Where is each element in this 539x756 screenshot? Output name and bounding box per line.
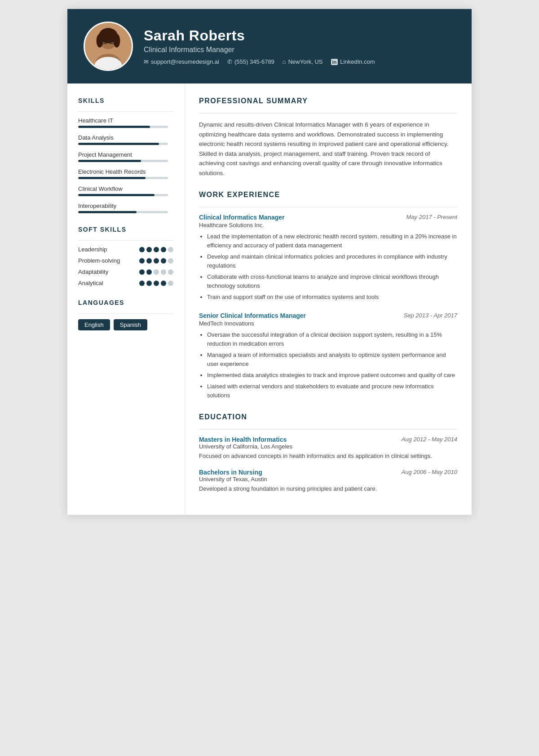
location-text: NewYork, US xyxy=(288,58,323,65)
skill-bar xyxy=(78,177,168,179)
dot xyxy=(168,258,173,264)
skill-bar xyxy=(78,143,168,145)
soft-skills-list: Leadership Problem-solving Adaptability … xyxy=(78,246,173,286)
edu-block: Masters in Health Informatics Aug 2012 -… xyxy=(199,436,457,461)
skill-bar-fill xyxy=(78,143,159,145)
jobs-list: Clinical Informatics Manager May 2017 - … xyxy=(199,214,457,400)
skill-bar xyxy=(78,194,168,196)
dot xyxy=(146,247,152,252)
dot xyxy=(161,269,166,275)
dot xyxy=(139,269,145,275)
dot xyxy=(154,281,159,286)
summary-text: Dynamic and results-driven Clinical Info… xyxy=(199,120,457,178)
skill-item: Clinical Workflow xyxy=(78,185,173,196)
edu-degree: Bachelors in Nursing xyxy=(199,469,262,476)
summary-title: PROFESSIONAL SUMMARY xyxy=(199,97,457,107)
language-tags: EnglishSpanish xyxy=(78,319,173,330)
dots xyxy=(139,281,173,286)
language-tag: English xyxy=(78,319,110,330)
dot xyxy=(146,258,152,264)
education-title: EDUCATION xyxy=(199,413,457,423)
header-info: Sarah Roberts Clinical Informatics Manag… xyxy=(144,27,455,65)
job-title: Clinical Informatics Manager xyxy=(199,214,285,221)
soft-skill-row: Adaptability xyxy=(78,268,173,275)
email-icon: ✉ xyxy=(144,58,149,65)
soft-skills-divider xyxy=(78,240,173,241)
edu-desc: Focused on advanced concepts in health i… xyxy=(199,452,457,461)
header-contacts: ✉ support@resumedesign.ai ✆ (555) 345-67… xyxy=(144,58,455,65)
languages-divider xyxy=(78,313,173,314)
skill-name: Healthcare IT xyxy=(78,117,173,124)
skill-name: Clinical Workflow xyxy=(78,185,173,192)
header-title: Clinical Informatics Manager xyxy=(144,46,455,54)
contact-email: ✉ support@resumedesign.ai xyxy=(144,58,219,65)
work-title: WORK EXPERIENCE xyxy=(199,191,457,201)
edu-school: University of California, Los Angeles xyxy=(199,443,457,450)
job-bullet: Oversaw the successful integration of a … xyxy=(207,330,457,348)
dot xyxy=(168,247,173,252)
job-bullet: Managed a team of informatics specialist… xyxy=(207,351,457,369)
job-bullet: Train and support staff on the use of in… xyxy=(207,293,457,302)
sidebar: SKILLS Healthcare IT Data Analysis Proje… xyxy=(67,84,184,515)
skill-item: Electronic Health Records xyxy=(78,168,173,179)
skill-name: Project Management xyxy=(78,151,173,158)
skill-name: Data Analysis xyxy=(78,134,173,141)
skill-bar xyxy=(78,126,168,128)
dot xyxy=(154,269,159,275)
job-bullet: Liaised with external vendors and stakeh… xyxy=(207,382,457,400)
skill-bar-fill xyxy=(78,126,150,128)
skill-bar-fill xyxy=(78,160,141,162)
dots xyxy=(139,269,173,275)
header-name: Sarah Roberts xyxy=(144,27,455,44)
soft-skill-name: Leadership xyxy=(78,246,107,253)
soft-skill-name: Problem-solving xyxy=(78,257,120,264)
contact-linkedin: in LinkedIn.com xyxy=(331,58,375,65)
phone-icon: ✆ xyxy=(227,58,232,65)
job-block: Clinical Informatics Manager May 2017 - … xyxy=(199,214,457,302)
dot xyxy=(168,281,173,286)
email-text: support@resumedesign.ai xyxy=(151,58,219,65)
dot xyxy=(139,281,145,286)
work-divider xyxy=(199,207,457,207)
skill-item: Data Analysis xyxy=(78,134,173,145)
education-list: Masters in Health Informatics Aug 2012 -… xyxy=(199,436,457,493)
dot xyxy=(139,258,145,264)
job-bullet: Collaborate with cross-functional teams … xyxy=(207,273,457,290)
soft-skill-row: Problem-solving xyxy=(78,257,173,264)
edu-school: University of Texas, Austin xyxy=(199,476,457,483)
location-icon: ⌂ xyxy=(283,58,286,65)
body: SKILLS Healthcare IT Data Analysis Proje… xyxy=(67,84,472,515)
education-divider xyxy=(199,429,457,430)
dot xyxy=(168,269,173,275)
soft-skill-name: Adaptability xyxy=(78,268,108,275)
job-header: Senior Clinical Informatics Manager Sep … xyxy=(199,312,457,319)
resume-container: Sarah Roberts Clinical Informatics Manag… xyxy=(67,9,472,515)
contact-location: ⌂ NewYork, US xyxy=(283,58,323,65)
dot xyxy=(161,258,166,264)
skill-item: Project Management xyxy=(78,151,173,162)
skill-item: Healthcare IT xyxy=(78,117,173,128)
skill-bar xyxy=(78,160,168,162)
edu-dates: Aug 2012 - May 2014 xyxy=(402,436,457,443)
summary-divider xyxy=(199,113,457,114)
linkedin-text: LinkedIn.com xyxy=(340,58,375,65)
dot xyxy=(154,247,159,252)
skill-bar xyxy=(78,211,168,213)
skill-bar-fill xyxy=(78,211,137,213)
job-company: Healthcare Solutions Inc. xyxy=(199,222,457,229)
skill-name: Electronic Health Records xyxy=(78,168,173,175)
edu-header: Bachelors in Nursing Aug 2006 - May 2010 xyxy=(199,469,457,476)
job-dates: Sep 2013 - Apr 2017 xyxy=(404,312,458,319)
avatar xyxy=(84,22,133,71)
job-bullet: Lead the implementation of a new electro… xyxy=(207,232,457,250)
skill-item: Interoperability xyxy=(78,202,173,213)
soft-skills-section-title: SOFT SKILLS xyxy=(78,226,173,233)
dots xyxy=(139,258,173,264)
job-header: Clinical Informatics Manager May 2017 - … xyxy=(199,214,457,221)
dot xyxy=(154,258,159,264)
edu-dates: Aug 2006 - May 2010 xyxy=(402,469,457,475)
skill-name: Interoperability xyxy=(78,202,173,209)
dot xyxy=(161,281,166,286)
svg-point-4 xyxy=(97,34,103,48)
edu-degree: Masters in Health Informatics xyxy=(199,436,287,443)
